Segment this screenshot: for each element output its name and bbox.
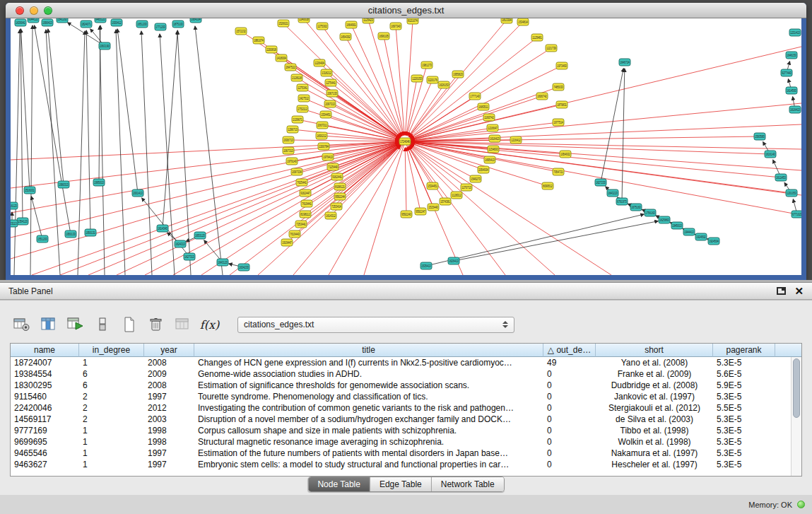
table-row[interactable]: 1872400712008Changes of HCN gene express… (11, 357, 801, 368)
tab-node-table[interactable]: Node Table (308, 477, 370, 491)
graph-node[interactable]: 1724046 (399, 138, 411, 145)
graph-node[interactable]: 1875103 (172, 21, 184, 28)
graph-node[interactable]: 1201053 (786, 189, 797, 197)
graph-node[interactable]: 1593583 (754, 133, 765, 140)
graph-node[interactable]: 1534814 (517, 18, 529, 25)
graph-node[interactable]: 8198112 (300, 211, 311, 218)
network-canvas[interactable]: 1724046157223218810742200818141800426475… (11, 18, 801, 275)
table-source-dropdown[interactable]: citations_edges.txt (237, 317, 514, 333)
graph-node[interactable]: 1216412 (510, 136, 522, 144)
graph-node[interactable]: 1930412 (111, 19, 122, 26)
graph-node[interactable]: 1611453 (775, 174, 787, 181)
graph-node[interactable]: 1950131 (85, 229, 96, 236)
graph-node[interactable]: 1616423 (489, 135, 500, 142)
graph-node[interactable]: 1515443 (428, 204, 439, 211)
graph-node[interactable]: 1318212 (321, 69, 332, 76)
graph-node[interactable]: 1574381 (440, 198, 451, 205)
delete-column-icon[interactable] (146, 315, 166, 334)
graph-node[interactable]: 1830212 (316, 132, 327, 139)
function-builder-button[interactable]: f(x) (199, 315, 220, 334)
column-header-year[interactable]: year (144, 344, 194, 357)
graph-node[interactable]: 1626413 (448, 257, 459, 264)
export-table-icon[interactable] (65, 315, 86, 334)
citation-network-graph[interactable]: 1724046157223218810742200818141800426475… (11, 18, 801, 275)
graph-node[interactable]: 1981273 (421, 62, 433, 69)
graph-node[interactable]: 1634233 (238, 264, 249, 271)
graph-node[interactable]: 1950133 (65, 230, 76, 238)
graph-node[interactable]: 1643223 (607, 189, 618, 197)
table-row[interactable]: 946362711997Embryonic stem cells: a mode… (11, 459, 801, 470)
graph-node[interactable]: 1879831 (556, 101, 567, 108)
graph-node[interactable]: 1623113 (11, 220, 18, 227)
graph-node[interactable]: 9465121 (95, 18, 106, 23)
graph-node[interactable]: 1226404 (314, 59, 325, 66)
graph-node[interactable]: 2647522 (285, 64, 296, 71)
graph-node[interactable]: 1646724 (619, 59, 630, 66)
graph-node[interactable]: 2427512 (298, 95, 310, 102)
column-header-title[interactable]: title (194, 344, 543, 357)
graph-node[interactable]: 1881074 (253, 37, 264, 44)
graph-node[interactable]: 1220153 (411, 75, 423, 82)
new-column-icon[interactable] (119, 315, 139, 334)
graph-node[interactable]: 1643123 (217, 259, 228, 266)
graph-node[interactable]: 1606742 (536, 93, 548, 100)
graph-node[interactable]: 1275441 (325, 79, 336, 86)
graph-node[interactable]: 2128118 (291, 74, 302, 81)
graph-node[interactable]: 1664901 (346, 21, 357, 28)
table-mode-icon[interactable] (92, 315, 112, 334)
graph-node[interactable]: 9162447 (300, 189, 311, 197)
graph-node[interactable]: 2200818 (266, 46, 277, 53)
tab-network-table[interactable]: Network Table (431, 477, 504, 491)
graph-node[interactable]: 2200784 (318, 143, 329, 150)
graph-node[interactable]: 1221739 (546, 45, 557, 52)
close-panel-icon[interactable]: ✕ (794, 286, 804, 296)
close-window-button[interactable] (16, 6, 24, 15)
tab-edge-table[interactable]: Edge Table (370, 477, 431, 491)
graph-node[interactable]: 1125423 (363, 18, 374, 23)
graph-node[interactable]: 1977514 (553, 119, 564, 126)
graph-node[interactable]: 1418004 (276, 54, 287, 62)
graph-node[interactable]: 2097313 (324, 100, 336, 107)
graph-node[interactable]: 9592244 (334, 193, 346, 200)
graph-node[interactable]: 9277443 (781, 69, 792, 76)
graph-node[interactable]: 9344122 (28, 18, 39, 23)
graph-node[interactable]: 7253441 (295, 221, 307, 228)
graph-node[interactable]: 8131074 (407, 18, 418, 24)
graph-node[interactable]: 2067311 (317, 122, 328, 129)
table-row[interactable]: 911546021997Tourette syndrome. Phenomeno… (11, 391, 801, 402)
graph-node[interactable]: 1541202 (57, 18, 68, 23)
graph-node[interactable]: 1275341 (297, 84, 308, 91)
graph-node[interactable]: 1651203 (136, 21, 148, 28)
graph-node[interactable]: 1216647 (487, 124, 498, 132)
graph-node[interactable]: 9592247 (415, 208, 426, 215)
column-header-out_de[interactable]: △ out_de… (543, 344, 596, 357)
graph-node[interactable]: 1924504 (708, 238, 719, 245)
graph-node[interactable]: 3220176 (427, 76, 438, 83)
graph-node[interactable]: 2067313 (283, 147, 294, 154)
graph-node[interactable]: 1954932 (560, 151, 571, 158)
graph-node[interactable]: 1995013 (93, 179, 105, 186)
graph-node[interactable]: 1614312 (325, 212, 336, 219)
zoom-window-button[interactable] (44, 6, 52, 15)
graph-node[interactable]: 1625863 (659, 216, 670, 223)
graph-node[interactable]: 1614593 (786, 87, 797, 94)
table-row[interactable]: 1830029562008Estimation of significance … (11, 380, 801, 391)
graph-node[interactable]: 1534451 (427, 182, 438, 189)
graph-node[interactable]: 2516031 (24, 187, 35, 194)
graph-node[interactable]: 1654392 (340, 33, 351, 40)
graph-node[interactable]: 1627233 (595, 179, 606, 186)
graph-node[interactable]: 1627313 (184, 253, 195, 260)
graph-node[interactable]: 1549273 (470, 175, 481, 182)
table-row[interactable]: 1938455462009Genome-wide association stu… (11, 368, 801, 380)
graph-node[interactable]: 1296713 (287, 126, 298, 133)
graph-node[interactable]: 1944413 (683, 228, 695, 235)
graph-node[interactable]: 1777143 (469, 93, 481, 100)
graph-node[interactable]: 1275302 (317, 23, 328, 30)
graph-node[interactable]: 1154693 (488, 146, 499, 153)
graph-node[interactable]: 2001413 (132, 189, 143, 197)
graph-node[interactable]: 1616123 (11, 202, 18, 209)
graph-node[interactable]: 2054934 (478, 166, 489, 173)
graph-node[interactable]: 2240018 (298, 18, 310, 23)
table-settings-icon[interactable] (11, 315, 32, 334)
graph-node[interactable]: 7619441 (301, 200, 312, 207)
